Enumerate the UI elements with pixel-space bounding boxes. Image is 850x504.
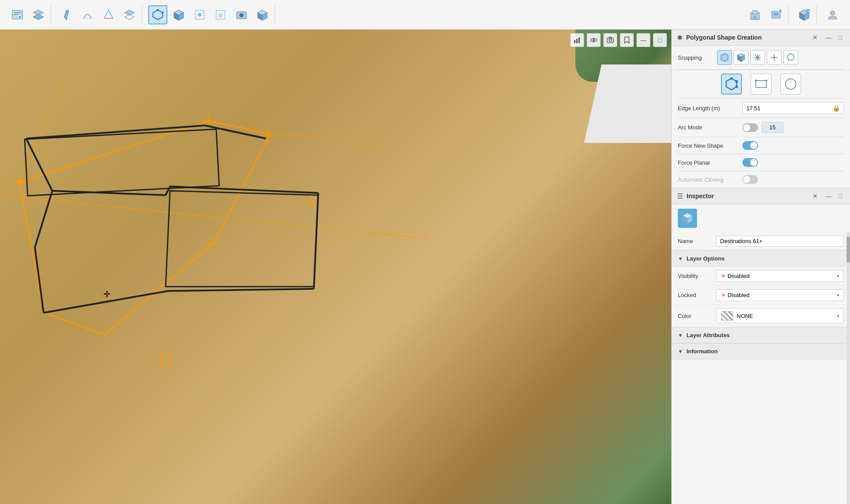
name-value[interactable]: Destinations 61+ (716, 236, 844, 247)
draw-mode-circle[interactable] (780, 74, 801, 95)
snap-btn-polygon[interactable] (783, 50, 798, 65)
inspector-scrollbar[interactable] (847, 232, 850, 504)
visibility-row: Visibility ✕Disabled ▾ (672, 267, 850, 286)
toolbar-btn-arc[interactable] (78, 5, 97, 24)
color-arrow: ▾ (837, 314, 839, 318)
shape-creation-minimize[interactable]: — (823, 33, 834, 42)
svg-line-73 (35, 247, 44, 313)
toolbar-group-user (820, 5, 845, 24)
toolbar-btn-user-profile[interactable] (823, 5, 842, 24)
snap-btn-cross[interactable] (767, 50, 782, 65)
draw-mode-row (672, 70, 850, 98)
svg-line-45 (20, 78, 65, 182)
draw-mode-rect[interactable] (751, 74, 772, 95)
color-swatch (721, 311, 733, 321)
viewport-background (0, 30, 671, 504)
svg-line-74 (35, 191, 52, 247)
inspector-maximize[interactable]: □ (836, 192, 845, 200)
snap-btn-surface[interactable] (717, 50, 732, 65)
viewport-toolbar: — □ (570, 33, 667, 47)
draw-mode-polygon[interactable] (721, 74, 742, 95)
drawing-overlay (0, 30, 671, 504)
color-value-wrapper: NONE (721, 311, 753, 321)
automatic-closing-label: Automatic Closing (678, 176, 739, 183)
layer-options-title: Layer Options (687, 255, 724, 262)
arc-mode-row: Arc Mode (672, 118, 850, 137)
toolbar-btn-pushpull[interactable] (169, 5, 188, 24)
toolbar-btn-3d-obj[interactable] (253, 5, 272, 24)
force-new-shape-toggle[interactable] (742, 141, 758, 150)
vp-btn-minimize[interactable]: — (636, 33, 650, 47)
svg-line-70 (314, 193, 318, 289)
edge-length-input[interactable]: 17.51 🔒 (742, 102, 844, 114)
toolbar-btn-building[interactable] (745, 5, 765, 24)
svg-point-98 (735, 80, 738, 83)
layer-attributes-title: Layer Attributes (687, 332, 730, 338)
color-dropdown[interactable]: NONE ▾ (716, 308, 844, 323)
shape-creation-close[interactable]: ✕ (811, 33, 819, 42)
inspector-minimize[interactable]: — (823, 192, 834, 200)
svg-text:⊞: ⊞ (218, 12, 223, 18)
color-row: Color NONE ▾ (672, 305, 850, 327)
layer-options-header[interactable]: ▼ Layer Options (672, 250, 850, 267)
toolbar-btn-3d-settings[interactable]: ⚙ (795, 5, 814, 24)
svg-point-101 (755, 80, 757, 82)
svg-marker-14 (153, 10, 163, 20)
locked-dropdown[interactable]: ✕Disabled ▾ (716, 289, 844, 301)
visibility-label: Visibility (678, 273, 713, 279)
svg-rect-1 (14, 12, 21, 13)
toolbar-btn-help[interactable]: ? (8, 5, 27, 24)
information-header[interactable]: ▼ Information (672, 343, 850, 359)
toolbar-btn-tools[interactable]: ≡ (766, 5, 785, 24)
inspector-close[interactable]: ✕ (811, 192, 819, 200)
arc-mode-toggle[interactable] (742, 123, 758, 132)
automatic-closing-row: Automatic Closing (672, 171, 850, 188)
svg-point-26 (240, 14, 243, 17)
inspector-3d-icon-btn[interactable] (678, 209, 697, 228)
svg-point-61 (17, 180, 22, 184)
snapping-buttons (717, 50, 798, 65)
viewport[interactable]: — □ (0, 30, 671, 504)
svg-rect-76 (576, 39, 578, 43)
toolbar-btn-polygon-creation[interactable] (148, 5, 167, 24)
svg-point-102 (765, 80, 767, 82)
svg-line-60 (314, 230, 427, 243)
locked-label: Locked (678, 292, 713, 298)
toolbar-btn-move[interactable]: ⊞ (211, 5, 230, 24)
snap-btn-3d[interactable] (734, 50, 748, 65)
vp-btn-eye[interactable] (587, 33, 601, 47)
snapping-row: Snapping (672, 46, 850, 69)
toolbar-group-3dview: ⚙ (792, 5, 817, 24)
automatic-closing-toggle[interactable] (742, 175, 758, 184)
shape-creation-title: Polygonal Shape Creation (686, 34, 807, 41)
toolbar-btn-layers[interactable] (29, 5, 48, 24)
information-title: Information (687, 348, 718, 355)
toolbar-btn-pencil[interactable] (57, 5, 76, 24)
vp-btn-maximize[interactable]: □ (653, 33, 667, 47)
arc-mode-value[interactable] (762, 122, 783, 133)
main-area: — □ ✱ Polygonal Shape Creation ✕ — □ Sna… (0, 30, 850, 504)
color-label: Color (678, 313, 713, 319)
toolbar-btn-camera[interactable] (232, 5, 251, 24)
toolbar-btn-select[interactable] (190, 5, 209, 24)
inspector-content: Name Destinations 61+ ▼ Layer Options Vi… (672, 232, 850, 504)
edge-length-label: Edge Length (m) (678, 105, 739, 112)
svg-line-68 (166, 186, 170, 195)
vp-btn-bookmark[interactable] (620, 33, 634, 47)
force-planar-toggle[interactable] (742, 158, 758, 167)
layer-attributes-arrow: ▼ (678, 332, 683, 338)
vp-btn-screenshot[interactable] (603, 33, 617, 47)
edge-length-value: 17.51 (746, 105, 761, 112)
inspector-panel: ☰ Inspector ✕ — □ (672, 188, 850, 504)
layer-attributes-header[interactable]: ▼ Layer Attributes (672, 327, 850, 343)
right-panel: ✱ Polygonal Shape Creation ✕ — □ Snappin… (671, 30, 850, 504)
snap-btn-wind[interactable] (750, 50, 765, 65)
svg-rect-31 (753, 10, 757, 14)
toolbar-btn-triangle[interactable] (99, 5, 118, 24)
visibility-dropdown[interactable]: ✕Disabled ▾ (716, 270, 844, 282)
svg-point-81 (609, 39, 612, 41)
shape-creation-maximize[interactable]: □ (836, 33, 845, 42)
svg-rect-32 (754, 16, 756, 20)
toolbar-btn-layers2[interactable] (120, 5, 139, 24)
vp-btn-stats[interactable] (570, 33, 584, 47)
